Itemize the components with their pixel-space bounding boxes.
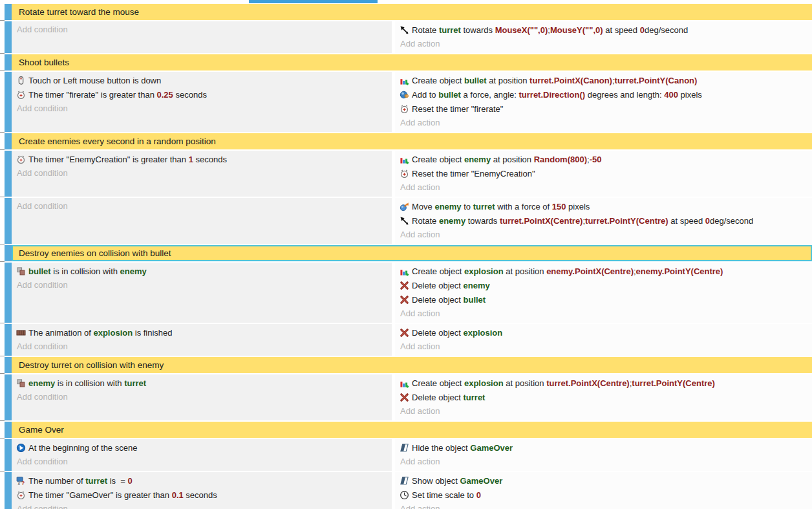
add-action-link[interactable]: Add action bbox=[400, 307, 808, 321]
gutter bbox=[0, 472, 5, 509]
action-row[interactable]: Reset the timer "EnemyCreation" bbox=[400, 166, 808, 180]
action-row[interactable]: Create object explosion at position enem… bbox=[400, 264, 808, 278]
action-row[interactable]: Create object bullet at position turret.… bbox=[400, 73, 808, 87]
action-row[interactable]: Move enemy to turret with a force of 150… bbox=[400, 199, 808, 213]
condition-text: The timer "EnemyCreation" is greater tha… bbox=[28, 155, 227, 164]
action-row[interactable]: Delete object enemy bbox=[400, 278, 808, 292]
gutter bbox=[0, 4, 5, 20]
condition-row[interactable]: Touch or Left mouse button is down bbox=[16, 73, 388, 87]
add-condition-link[interactable]: Add condition bbox=[16, 502, 388, 509]
play-icon bbox=[16, 442, 28, 453]
event-indent-bar[interactable] bbox=[5, 439, 12, 471]
event-separator bbox=[0, 420, 812, 422]
comment-event[interactable]: Rotate turret toward the mouse bbox=[12, 4, 812, 20]
event-indent-bar[interactable] bbox=[5, 54, 12, 70]
gutter bbox=[0, 324, 5, 356]
action-text: Delete object enemy bbox=[412, 281, 490, 290]
comment-event[interactable]: Destroy enemies on collision with bullet bbox=[12, 245, 812, 261]
gutter bbox=[0, 263, 5, 323]
condition-text: The number of turret is = 0 bbox=[28, 476, 133, 486]
gutter bbox=[0, 357, 5, 373]
action-row[interactable]: Reset the timer "firerate" bbox=[400, 102, 808, 116]
comment-text: Game Over bbox=[19, 425, 64, 435]
action-row[interactable]: Create object explosion at position turr… bbox=[400, 376, 808, 390]
comment-event[interactable]: Destroy turret on collision with enemy bbox=[12, 357, 812, 373]
action-text: Set time scale to 0 bbox=[412, 490, 481, 500]
condition-row[interactable]: The timer "firerate" is greater than 0.2… bbox=[16, 87, 388, 102]
event-separator bbox=[0, 373, 812, 374]
create-icon bbox=[400, 154, 412, 164]
event-indent-bar[interactable] bbox=[5, 151, 12, 197]
event-indent-bar[interactable] bbox=[5, 198, 12, 244]
action-row[interactable]: Delete object bullet bbox=[400, 292, 808, 307]
action-row[interactable]: Show object GameOver bbox=[400, 473, 808, 488]
clock-icon bbox=[400, 490, 412, 500]
mouse-icon bbox=[16, 75, 28, 85]
event-indent-bar[interactable] bbox=[5, 374, 12, 420]
action-row[interactable]: Delete object explosion bbox=[400, 325, 808, 340]
action-row[interactable]: Rotate enemy towards turret.PointX(Centr… bbox=[400, 213, 808, 228]
top-scroll-indicator bbox=[249, 0, 378, 3]
rotate-icon bbox=[400, 25, 412, 35]
condition-text: bullet is in collision with enemy bbox=[28, 266, 147, 276]
add-action-link[interactable]: Add action bbox=[400, 502, 808, 509]
event-indent-bar[interactable] bbox=[5, 133, 12, 149]
action-text: Rotate turret towards MouseX("",0);Mouse… bbox=[412, 25, 688, 35]
condition-text: The timer "firerate" is greater than 0.2… bbox=[28, 90, 207, 100]
add-condition-link[interactable]: Add condition bbox=[16, 199, 388, 213]
event-indent-bar[interactable] bbox=[5, 4, 12, 20]
add-action-link[interactable]: Add action bbox=[400, 340, 808, 354]
add-condition-link[interactable]: Add condition bbox=[16, 102, 388, 116]
timer-icon bbox=[400, 168, 412, 179]
add-condition-link[interactable]: Add condition bbox=[16, 390, 388, 404]
svg-text:x: x bbox=[17, 481, 20, 486]
add-action-link[interactable]: Add action bbox=[400, 37, 808, 51]
condition-row[interactable]: At the beginning of the scene bbox=[16, 440, 388, 455]
comment-event[interactable]: Create enemies every second in a random … bbox=[12, 133, 812, 149]
condition-text: Touch or Left mouse button is down bbox=[28, 76, 161, 85]
event-indent-bar[interactable] bbox=[5, 21, 12, 53]
event-indent-bar[interactable] bbox=[5, 422, 12, 438]
comment-event[interactable]: Game Over bbox=[12, 422, 812, 438]
delete-icon bbox=[400, 392, 412, 402]
gutter bbox=[0, 72, 5, 132]
condition-row[interactable]: The timer "GameOver" is greater than 0.1… bbox=[16, 488, 388, 502]
add-condition-link[interactable]: Add condition bbox=[16, 23, 388, 37]
add-condition-link[interactable]: Add condition bbox=[16, 166, 388, 180]
event-separator bbox=[0, 70, 812, 72]
add-action-link[interactable]: Add action bbox=[400, 455, 808, 469]
actions-cell: Create object explosion at position turr… bbox=[395, 374, 812, 420]
standard-event: At the beginning of the sceneAdd conditi… bbox=[12, 439, 812, 471]
add-condition-link[interactable]: Add condition bbox=[16, 278, 388, 292]
visibility-icon bbox=[400, 442, 412, 453]
event-separator bbox=[0, 323, 812, 324]
event-separator bbox=[0, 261, 812, 263]
action-row[interactable]: Hide the object GameOver bbox=[400, 440, 808, 455]
add-action-link[interactable]: Add action bbox=[400, 228, 808, 242]
add-condition-link[interactable]: Add condition bbox=[16, 455, 388, 469]
condition-row[interactable]: bullet is in collision with enemy bbox=[16, 264, 388, 278]
event-indent-bar[interactable] bbox=[5, 324, 12, 356]
action-row[interactable]: Add to bullet a force, angle: turret.Dir… bbox=[400, 87, 808, 102]
event-indent-bar[interactable] bbox=[5, 263, 12, 323]
event-indent-bar[interactable] bbox=[5, 357, 12, 373]
action-row[interactable]: Set time scale to 0 bbox=[400, 488, 808, 502]
condition-row[interactable]: The timer "EnemyCreation" is greater tha… bbox=[16, 152, 388, 166]
comment-text: Destroy enemies on collision with bullet bbox=[19, 248, 171, 258]
condition-row[interactable]: enemy is in collision with turret bbox=[16, 376, 388, 390]
action-row[interactable]: Rotate turret towards MouseX("",0);Mouse… bbox=[400, 23, 808, 37]
add-condition-link[interactable]: Add condition bbox=[16, 340, 388, 354]
event-indent-bar[interactable] bbox=[5, 72, 12, 132]
action-row[interactable]: Delete object turret bbox=[400, 390, 808, 404]
condition-row[interactable]: The animation of explosion is finished bbox=[16, 325, 388, 340]
add-action-link[interactable]: Add action bbox=[400, 180, 808, 195]
add-action-link[interactable]: Add action bbox=[400, 116, 808, 130]
actions-cell: Rotate turret towards MouseX("",0);Mouse… bbox=[395, 21, 812, 53]
event-indent-bar[interactable] bbox=[5, 245, 12, 261]
condition-row[interactable]: x?The number of turret is = 0 bbox=[16, 473, 388, 488]
action-row[interactable]: Create object enemy at position Random(8… bbox=[400, 152, 808, 166]
event-indent-bar[interactable] bbox=[5, 472, 12, 509]
add-action-link[interactable]: Add action bbox=[400, 404, 808, 418]
comment-event[interactable]: Shoot bullets bbox=[12, 54, 812, 70]
collision-icon bbox=[16, 266, 28, 276]
